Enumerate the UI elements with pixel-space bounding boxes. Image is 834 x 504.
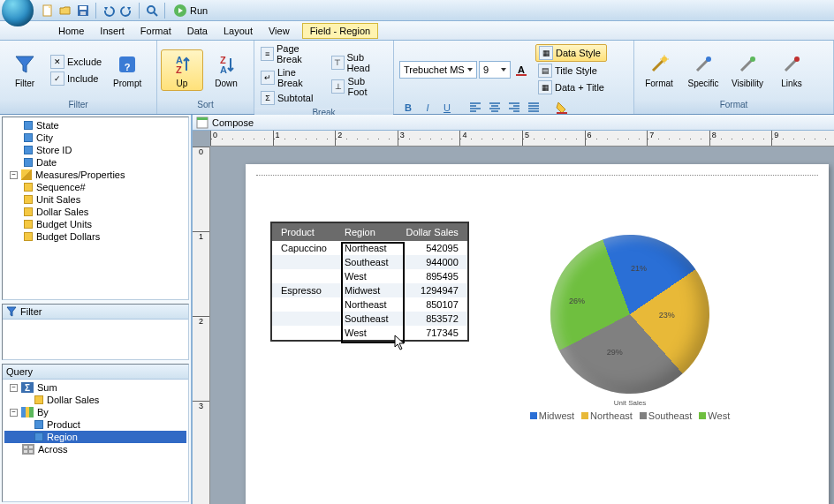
cell-sales[interactable]: 944000: [398, 255, 467, 269]
save-icon[interactable]: [75, 3, 91, 19]
sub-foot-button[interactable]: ⊥Sub Foot: [329, 75, 390, 98]
tree-item-budgetdollars[interactable]: Budget Dollars: [4, 230, 186, 243]
cell-sales[interactable]: 895495: [398, 269, 467, 283]
undo-icon[interactable]: [101, 3, 117, 19]
menu-view[interactable]: View: [262, 24, 297, 38]
table-row[interactable]: West895495: [272, 269, 467, 283]
links-button[interactable]: Links: [770, 49, 813, 91]
font-size-combo[interactable]: 9: [479, 61, 511, 79]
cell-product[interactable]: [272, 312, 336, 326]
collapse-toggle[interactable]: −: [10, 409, 18, 417]
cell-product[interactable]: [272, 269, 336, 283]
cell-product[interactable]: Espresso: [272, 283, 336, 297]
table-row[interactable]: Southeast853572: [272, 312, 467, 326]
menu-layout[interactable]: Layout: [216, 24, 260, 38]
cell-region[interactable]: Southeast: [336, 312, 398, 326]
sub-head-button[interactable]: ⊤Sub Head: [329, 51, 390, 74]
design-surface[interactable]: 0123456789 0123 Product Region Dollar Sa…: [193, 131, 834, 504]
query-tree[interactable]: −ΣSum Dollar Sales −By Product Region Ac…: [3, 380, 188, 457]
col-product[interactable]: Product: [272, 223, 336, 241]
tree-item-date[interactable]: Date: [4, 156, 186, 169]
justify-button[interactable]: [525, 99, 542, 117]
cell-sales[interactable]: 1294947: [398, 283, 467, 297]
table-row[interactable]: West717345: [272, 326, 467, 340]
run-button[interactable]: Run: [169, 4, 213, 17]
report-page[interactable]: Product Region Dollar Sales CapuccinoNor…: [246, 164, 829, 504]
title-style-button[interactable]: ▤Title Style: [535, 63, 607, 79]
sort-up-button[interactable]: AZ Up: [161, 49, 203, 91]
cell-region[interactable]: West: [336, 269, 398, 283]
align-right-button[interactable]: [505, 99, 523, 117]
query-dollarsales[interactable]: Dollar Sales: [4, 394, 186, 406]
table-row[interactable]: Northeast850107: [272, 297, 467, 312]
new-icon[interactable]: [40, 3, 56, 19]
tree-item-dollarsales[interactable]: Dollar Sales: [4, 206, 186, 218]
query-product[interactable]: Product: [4, 418, 186, 431]
pie-chart[interactable]: 21% 23% 29% 26% Unit Sales MidwestNorthe…: [524, 235, 736, 421]
visibility-button[interactable]: Visibility: [726, 49, 769, 91]
cell-product[interactable]: [272, 297, 336, 312]
query-sum-node[interactable]: −ΣSum: [4, 381, 186, 394]
font-color-button[interactable]: A: [512, 61, 530, 79]
menu-format[interactable]: Format: [133, 24, 178, 38]
underline-button[interactable]: U: [438, 99, 456, 117]
tree-item-budgetunits[interactable]: Budget Units: [4, 218, 186, 230]
compose-header: Compose: [193, 115, 834, 131]
preview-icon[interactable]: [144, 3, 160, 19]
tree-item-measures[interactable]: −Measures/Properties: [4, 169, 186, 181]
include-button[interactable]: ✓Include: [48, 71, 104, 87]
tree-item-city[interactable]: City: [4, 132, 186, 144]
collapse-toggle[interactable]: −: [10, 171, 18, 179]
prompt-button[interactable]: ? Prompt: [106, 49, 148, 91]
cell-region[interactable]: West: [336, 326, 398, 340]
query-across-node[interactable]: Across: [4, 443, 186, 455]
sort-down-button[interactable]: ZA Down: [205, 49, 247, 91]
cell-region[interactable]: Northeast: [336, 297, 398, 312]
filter-button[interactable]: Filter: [4, 49, 46, 91]
tree-item-unitsales[interactable]: Unit Sales: [4, 193, 186, 206]
report-table[interactable]: Product Region Dollar Sales CapuccinoNor…: [270, 222, 469, 342]
exclude-button[interactable]: ✕Exclude: [48, 54, 104, 70]
menu-data[interactable]: Data: [180, 24, 215, 38]
specific-button[interactable]: Specific: [682, 49, 724, 91]
cell-sales[interactable]: 850107: [398, 297, 467, 312]
cell-sales[interactable]: 542095: [398, 241, 467, 255]
collapse-toggle[interactable]: −: [10, 384, 18, 392]
col-region[interactable]: Region: [336, 223, 398, 241]
page-break-button[interactable]: ≡Page Break: [258, 42, 327, 65]
format-button[interactable]: Format: [638, 49, 680, 91]
table-row[interactable]: Southeast944000: [272, 255, 467, 269]
menu-home[interactable]: Home: [51, 24, 91, 38]
menu-insert[interactable]: Insert: [93, 24, 132, 38]
cell-product[interactable]: [272, 255, 336, 269]
tree-item-sequence[interactable]: Sequence#: [4, 181, 186, 193]
align-left-button[interactable]: [466, 99, 484, 117]
table-row[interactable]: CapuccinoNortheast542095: [272, 241, 467, 255]
bold-button[interactable]: B: [399, 99, 417, 117]
align-center-button[interactable]: [486, 99, 504, 117]
line-break-button[interactable]: ↵Line Break: [258, 66, 327, 89]
cell-region[interactable]: Southeast: [336, 255, 398, 269]
tree-item-storeid[interactable]: Store ID: [4, 144, 186, 156]
cell-region[interactable]: Midwest: [336, 283, 398, 297]
table-row[interactable]: EspressoMidwest1294947: [272, 283, 467, 297]
tree-item-state[interactable]: State: [4, 119, 186, 132]
open-icon[interactable]: [57, 3, 73, 19]
cell-sales[interactable]: 853572: [398, 312, 467, 326]
data-title-button[interactable]: ▦Data + Title: [535, 79, 607, 95]
redo-icon[interactable]: [118, 3, 134, 19]
fields-tree[interactable]: State City Store ID Date −Measures/Prope…: [2, 117, 189, 300]
col-dollarsales[interactable]: Dollar Sales: [398, 223, 467, 241]
background-color-button[interactable]: [553, 99, 571, 117]
cell-region[interactable]: Northeast: [336, 241, 398, 255]
cell-product[interactable]: Capuccino: [272, 241, 336, 255]
cell-sales[interactable]: 717345: [398, 326, 467, 340]
query-by-node[interactable]: −By: [4, 406, 186, 418]
data-style-button[interactable]: ▦Data Style: [535, 44, 607, 62]
field-context-tag[interactable]: Field - Region: [302, 23, 378, 39]
font-family-combo[interactable]: Trebuchet MS: [399, 61, 477, 79]
subtotal-button[interactable]: ΣSubtotal: [258, 90, 327, 106]
italic-button[interactable]: I: [419, 99, 436, 117]
query-region[interactable]: Region: [4, 431, 186, 443]
cell-product[interactable]: [272, 326, 336, 340]
